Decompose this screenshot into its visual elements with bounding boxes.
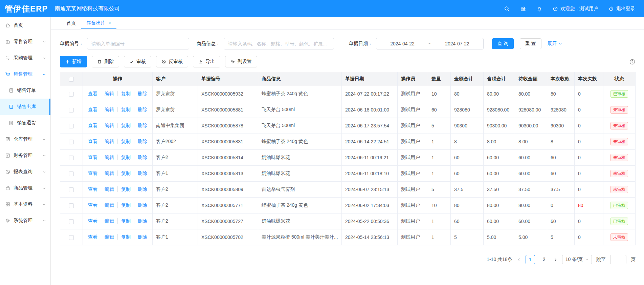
row-checkbox[interactable] (69, 203, 74, 208)
row-action-delete[interactable]: 删除 (138, 186, 147, 192)
date-range-picker[interactable]: 2024-04-22 ~ 2024-07-22 (376, 38, 484, 49)
row-action-copy[interactable]: 复制 (121, 91, 134, 96)
sidebar-item-sales-outbound[interactable]: 销售出库 (0, 99, 50, 115)
search-icon[interactable] (504, 6, 510, 12)
row-action-view[interactable]: 查看 (88, 218, 101, 224)
row-checkbox[interactable] (69, 235, 74, 240)
row-action-delete[interactable]: 删除 (138, 91, 147, 96)
logout-text: 退出登录 (616, 6, 635, 12)
row-action-view[interactable]: 查看 (88, 234, 101, 240)
row-action-copy[interactable]: 复制 (121, 107, 134, 112)
close-icon[interactable]: × (108, 20, 111, 26)
row-action-delete[interactable]: 删除 (138, 218, 147, 224)
sidebar-item-warehouse[interactable]: 仓库管理 (0, 131, 50, 147)
row-action-delete[interactable]: 删除 (138, 123, 147, 128)
row-action-view[interactable]: 查看 (88, 123, 101, 128)
add-button[interactable]: 新增 (60, 56, 87, 67)
row-action-edit[interactable]: 编辑 (105, 123, 118, 128)
row-action-view[interactable]: 查看 (88, 155, 101, 160)
row-action-delete[interactable]: 删除 (138, 155, 147, 160)
row-action-copy[interactable]: 复制 (121, 155, 134, 160)
row-action-edit[interactable]: 编辑 (105, 91, 118, 96)
row-checkbox[interactable] (69, 140, 74, 144)
search-button[interactable]: 查 询 (492, 38, 514, 49)
unaudit-button[interactable]: 反审核 (156, 56, 188, 67)
row-checkbox[interactable] (69, 156, 74, 160)
row-action-view[interactable]: 查看 (88, 202, 101, 208)
page-number-1[interactable]: 1 (526, 255, 535, 264)
sidebar-item-reports[interactable]: 报表查询 (0, 164, 50, 180)
sidebar-item-retail[interactable]: 零售管理 (0, 34, 50, 50)
row-checkbox[interactable] (69, 187, 74, 192)
select-all-checkbox[interactable] (69, 77, 74, 82)
sidebar-item-sales-order[interactable]: 销售订单 (0, 82, 50, 99)
tab-sales-outbound[interactable]: 销售出库 × (81, 17, 116, 29)
row-action-delete[interactable]: 删除 (138, 170, 147, 176)
date-end[interactable]: 2024-07-22 (445, 41, 469, 46)
row-action-delete[interactable]: 删除 (138, 139, 147, 144)
row-action-view[interactable]: 查看 (88, 170, 101, 176)
row-checkbox[interactable] (69, 171, 74, 176)
row-action-copy[interactable]: 复制 (121, 234, 134, 240)
row-action-view[interactable]: 查看 (88, 107, 101, 112)
page-number-2[interactable]: 2 (539, 255, 549, 264)
user-welcome[interactable]: 欢迎您，测试用户 (553, 6, 598, 12)
row-action-edit[interactable]: 编辑 (105, 170, 118, 176)
row-checkbox[interactable] (69, 92, 74, 97)
row-action-edit[interactable]: 编辑 (105, 139, 118, 144)
row-checkbox[interactable] (69, 108, 74, 113)
expand-link[interactable]: 展开 (548, 41, 562, 47)
row-action-view[interactable]: 查看 (88, 186, 101, 192)
delete-button[interactable]: 删除 (92, 56, 119, 67)
tab-home[interactable]: 首页 (61, 17, 81, 29)
audit-button[interactable]: 审核 (124, 56, 151, 67)
prev-page-icon[interactable] (517, 258, 521, 262)
row-action-copy[interactable]: 复制 (121, 123, 134, 128)
row-action-delete[interactable]: 删除 (138, 107, 147, 112)
row-checkbox[interactable] (69, 219, 74, 224)
reset-button[interactable]: 重 置 (520, 38, 541, 49)
row-action-delete[interactable]: 删除 (138, 202, 147, 208)
row-action-view[interactable]: 查看 (88, 91, 101, 96)
sidebar-item-system[interactable]: 系统管理 (0, 212, 50, 229)
row-action-copy[interactable]: 复制 (121, 186, 134, 192)
row-action-copy[interactable]: 复制 (121, 218, 134, 224)
next-page-icon[interactable] (553, 258, 558, 262)
row-action-copy[interactable]: 复制 (121, 139, 134, 144)
help-icon[interactable] (629, 59, 636, 65)
export-button[interactable]: 导出 (193, 56, 220, 67)
cell-text: 2024-06-18 00:01:00 (345, 107, 389, 113)
row-action-edit[interactable]: 编辑 (105, 155, 118, 160)
cell-amount_tax: 8.00 (484, 134, 515, 150)
row-action-edit[interactable]: 编辑 (105, 234, 118, 240)
sidebar-item-purchase[interactable]: 采购管理 (0, 50, 50, 66)
row-action-edit[interactable]: 编辑 (105, 107, 118, 112)
date-start[interactable]: 2024-04-22 (390, 41, 415, 46)
cell-product: 美汁源果粒橙 500ml 美汁美汁美汁... (258, 229, 342, 245)
row-action-delete[interactable]: 删除 (138, 234, 147, 240)
logout-button[interactable]: 退出登录 (608, 6, 635, 12)
order-no-input[interactable] (87, 38, 189, 49)
cell-text: 928080 (454, 107, 470, 113)
row-action-edit[interactable]: 编辑 (105, 186, 118, 192)
page-jump-input[interactable] (610, 255, 626, 264)
sidebar-item-finance[interactable]: 财务管理 (0, 147, 50, 164)
row-action-edit[interactable]: 编辑 (105, 202, 118, 208)
cell-text: 0 (578, 91, 581, 97)
sidebar-item-products[interactable]: 商品管理 (0, 180, 50, 196)
row-action-copy[interactable]: 复制 (121, 170, 134, 176)
column-settings-button[interactable]: 列设置 (225, 56, 257, 67)
row-checkbox[interactable] (69, 124, 74, 128)
sidebar-item-sales[interactable]: 销售管理 (0, 66, 50, 82)
page-size-select[interactable]: 10 条/页 (562, 255, 592, 264)
row-action-copy[interactable]: 复制 (121, 202, 134, 208)
sidebar-item-home[interactable]: 首页 (0, 17, 50, 34)
organization-icon[interactable] (520, 6, 526, 12)
row-action-edit[interactable]: 编辑 (105, 218, 118, 224)
sidebar-item-sales-return[interactable]: 销售退货 (0, 115, 50, 131)
row-action-view[interactable]: 查看 (88, 139, 101, 144)
bell-icon[interactable] (536, 6, 542, 12)
product-info-input[interactable] (224, 38, 334, 49)
sidebar-item-basic-data[interactable]: 基本资料 (0, 196, 50, 212)
sidebar-item-label: 零售管理 (14, 39, 32, 45)
